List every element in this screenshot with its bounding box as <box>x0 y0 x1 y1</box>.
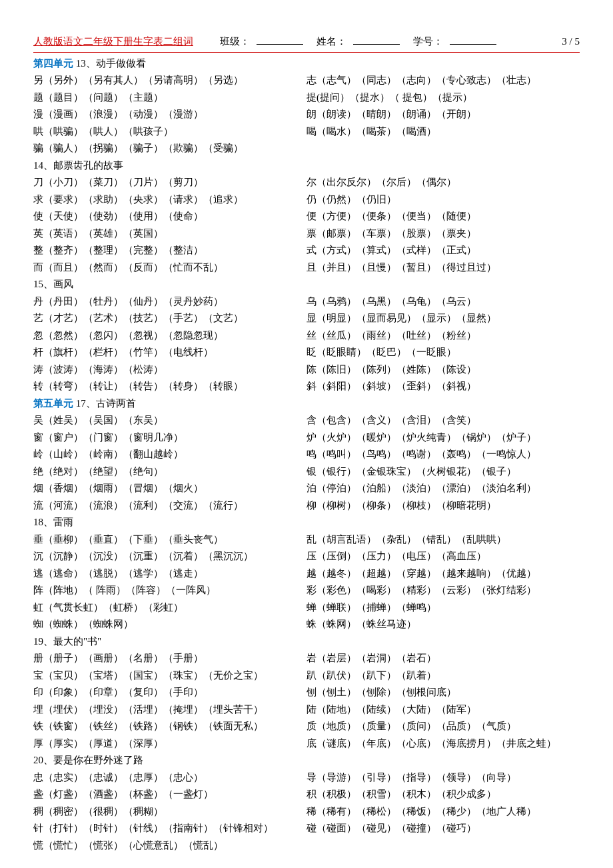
word-entry-left: 转（转弯）（转让）（转告）（转身）（转眼） <box>33 378 306 395</box>
word-row: 艺（才艺）（艺术）（技艺）（手艺）（文艺）显（明显）（显而易见）（显示）（显然） <box>33 310 580 327</box>
word-entry-left: 烟（香烟）（烟雨）（冒烟）（烟火） <box>33 480 306 497</box>
lesson-heading: 19、最大的"书" <box>33 633 580 651</box>
word-entry-left: 艺（才艺）（艺术）（技艺）（手艺）（文艺） <box>33 310 306 327</box>
word-entry-right: 朗（朗读）（晴朗）（朗诵）（开朗） <box>306 106 580 123</box>
word-entry-left: 英（英语）（英雄）（英国） <box>33 225 306 243</box>
word-entry-right: 底（谜底）（年底）（心底）（海底捞月）（井底之蛙） <box>306 735 580 753</box>
word-entry-left: 厚（厚实）（厚道）（深厚） <box>33 735 306 753</box>
word-entry-right: 岩（岩层）（岩洞）（岩石） <box>306 650 580 667</box>
word-row: 垂（垂柳）（垂直）（下垂）（垂头丧气）乱（胡言乱语）（杂乱）（错乱）（乱哄哄） <box>33 531 580 549</box>
word-row: 逃（逃命）（逃脱）（逃学）（逃走）越（越冬）（超越）（穿越）（越来越响）（优越） <box>33 565 580 583</box>
word-entry-left: 虹（气贯长虹）（虹桥）（彩虹） <box>33 599 306 617</box>
word-entry-right: 志（志气）（同志）（志向）（专心致志）（壮志） <box>306 72 580 89</box>
name-label: 姓名： <box>316 33 346 51</box>
word-row: 而（而且）（然而）（反而）（忙而不乱）且（并且）（且慢）（暂且）（得过且过） <box>33 259 580 277</box>
word-row: 刀（小刀）（菜刀）（刀片）（剪刀）尔（出尔反尔）（尔后）（偶尔） <box>33 174 580 191</box>
word-row: 吴（姓吴）（吴国）（东吴）含（包含）（含义）（含泪）（含笑） <box>33 412 580 429</box>
word-entry-right: 炉（火炉）（暖炉）（炉火纯青）（锅炉）（炉子） <box>306 429 580 447</box>
word-row: 虹（气贯长虹）（虹桥）（彩虹）蝉（蝉联）（捕蝉）（蝉鸣） <box>33 599 580 617</box>
word-row: 求（要求）（求助）（央求）（请求）（追求）仍（仍然）（仍旧） <box>33 191 580 209</box>
word-entry-left: 吴（姓吴）（吴国）（东吴） <box>33 412 306 429</box>
word-entry-left: 沉（沉静）（沉没）（沉重）（沉着）（黑沉沉） <box>33 548 306 565</box>
word-entry-right: 含（包含）（含义）（含泪）（含笑） <box>306 412 580 429</box>
word-entry-right: 显（明显）（显而易见）（显示）（显然） <box>306 310 580 327</box>
document-body: 第四单元 13、动手做做看另（另外）（另有其人）（另请高明）（另选）志（志气）（… <box>33 55 580 855</box>
word-row: 忽（忽然）（忽闪）（忽视）（忽隐忽现）丝（丝瓜）（雨丝）（吐丝）（粉丝） <box>33 327 580 345</box>
word-row: 烟（香烟）（烟雨）（冒烟）（烟火）泊（停泊）（泊船）（淡泊）（漂泊）（淡泊名利） <box>33 480 580 497</box>
word-row: 针（打针）（时针）（针线）（指南针）（针锋相对）碰（碰面）（碰见）（碰撞）（碰巧… <box>33 820 580 837</box>
word-entry-right: 柳（柳树）（柳条）（柳枝）（柳暗花明） <box>306 497 580 515</box>
word-entry-left: 哄（哄骗）（哄人）（哄孩子） <box>33 123 306 141</box>
word-entry-right: 积（积极）（积雪）（积木）（积少成多） <box>306 786 580 803</box>
word-entry-left: 流（河流）（流浪）（流利）（交流）（流行） <box>33 497 306 515</box>
word-entry-right: 喝（喝水）（喝茶）（喝酒） <box>306 123 580 141</box>
word-entry-left: 岭（山岭）（岭南）（翻山越岭） <box>33 446 306 463</box>
word-entry-right: 压（压倒）（压力）（电压）（高血压） <box>306 548 580 565</box>
word-row: 忠（忠实）（忠诚）（忠厚）（忠心）导（导游）（引导）（指导）（领导）（向导） <box>33 769 580 787</box>
word-entry-left: 杆（旗杆）（栏杆）（竹竿）（电线杆） <box>33 344 306 361</box>
unit-heading: 第四单元 13、动手做做看 <box>33 55 580 73</box>
word-row: 漫（漫画）（浪漫）（动漫）（漫游）朗（朗读）（晴朗）（朗诵）（开朗） <box>33 106 580 123</box>
word-row: 埋（埋伏）（埋没）（活埋）（掩埋）（埋头苦干）陆（陆地）（陆续）（大陆）（陆军） <box>33 701 580 719</box>
word-entry-right <box>306 140 580 157</box>
word-entry-right: 蝉（蝉联）（捕蝉）（蝉鸣） <box>306 599 580 617</box>
word-row: 杆（旗杆）（栏杆）（竹竿）（电线杆）眨（眨眼睛）（眨巴）（一眨眼） <box>33 344 580 361</box>
word-entry-left: 而（而且）（然而）（反而）（忙而不乱） <box>33 259 306 277</box>
word-entry-right: 提(提问）（提水）（ 提包）（提示） <box>306 89 580 107</box>
word-row: 盏（灯盏）（酒盏）（杯盏）（一盏灯）积（积极）（积雪）（积木）（积少成多） <box>33 786 580 803</box>
lesson-heading: 15、画风 <box>33 276 580 293</box>
word-entry-right: 稀（稀有）（稀松）（稀饭）（稀少）（地广人稀） <box>306 803 580 821</box>
word-entry-right <box>306 837 580 855</box>
word-entry-left: 垂（垂柳）（垂直）（下垂）（垂头丧气） <box>33 531 306 549</box>
word-row: 阵（阵地）（ 阵雨）（阵容）（一阵风）彩（彩色）（喝彩）（精彩）（云彩）（张灯结… <box>33 582 580 599</box>
class-blank <box>257 34 303 45</box>
word-entry-left: 蜘（蜘蛛）（蜘蛛网） <box>33 616 306 633</box>
word-entry-right: 尔（出尔反尔）（尔后）（偶尔） <box>306 174 580 191</box>
word-row: 丹（丹田）（牡丹）（仙丹）（灵丹妙药）乌（乌鸦）（乌黑）（乌龟）（乌云） <box>33 293 580 311</box>
word-entry-left: 册（册子）（画册）（名册）（手册） <box>33 650 306 667</box>
word-entry-right: 蛛（蛛网）（蛛丝马迹） <box>306 616 580 633</box>
word-row: 蜘（蜘蛛）（蜘蛛网）蛛（蛛网）（蛛丝马迹） <box>33 616 580 633</box>
word-entry-right: 陈（陈旧）（陈列）（姓陈）（陈设） <box>306 361 580 379</box>
word-entry-right: 鸣（鸣叫）（鸟鸣）（鸣谢）（轰鸣）（一鸣惊人） <box>306 446 580 463</box>
word-entry-left: 整（整齐）（整理）（完整）（整洁） <box>33 242 306 259</box>
class-label: 班级： <box>220 33 250 51</box>
word-entry-right: 碰（碰面）（碰见）（碰撞）（碰巧） <box>306 820 580 837</box>
unit-heading: 第五单元 17、古诗两首 <box>33 395 580 413</box>
word-entry-right: 陆（陆地）（陆续）（大陆）（陆军） <box>306 701 580 719</box>
word-entry-right: 银（银行）（金银珠宝）（火树银花）（银子） <box>306 463 580 481</box>
word-row: 宝（宝贝）（宝塔）（国宝）（珠宝）（无价之宝）趴（趴伏）（趴下）（趴着） <box>33 667 580 685</box>
word-row: 岭（山岭）（岭南）（翻山越岭）鸣（鸣叫）（鸟鸣）（鸣谢）（轰鸣）（一鸣惊人） <box>33 446 580 463</box>
word-entry-left: 绝（绝对）（绝望）（绝句） <box>33 463 306 481</box>
word-row: 整（整齐）（整理）（完整）（整洁）式（方式）（算式）（式样）（正式） <box>33 242 580 259</box>
word-row: 窗（窗户）（门窗）（窗明几净）炉（火炉）（暖炉）（炉火纯青）（锅炉）（炉子） <box>33 429 580 447</box>
word-entry-left: 印（印象）（印章）（复印）（手印） <box>33 684 306 701</box>
word-row: 另（另外）（另有其人）（另请高明）（另选）志（志气）（同志）（志向）（专心致志）… <box>33 72 580 89</box>
lesson-heading: 18、雷雨 <box>33 514 580 531</box>
word-entry-left: 逃（逃命）（逃脱）（逃学）（逃走） <box>33 565 306 583</box>
word-row: 流（河流）（流浪）（流利）（交流）（流行）柳（柳树）（柳条）（柳枝）（柳暗花明） <box>33 497 580 515</box>
word-row: 绝（绝对）（绝望）（绝句）银（银行）（金银珠宝）（火树银花）（银子） <box>33 463 580 481</box>
word-entry-right: 泊（停泊）（泊船）（淡泊）（漂泊）（淡泊名利） <box>306 480 580 497</box>
word-entry-right: 质（地质）（质量）（质问）（品质）（气质） <box>306 718 580 735</box>
word-row: 印（印象）（印章）（复印）（手印）刨（刨土）（刨除）（刨根问底） <box>33 684 580 701</box>
word-entry-left: 骗（骗人）（拐骗）（骗子）（欺骗）（受骗） <box>33 140 306 157</box>
word-row: 哄（哄骗）（哄人）（哄孩子）喝（喝水）（喝茶）（喝酒） <box>33 123 580 141</box>
word-row: 骗（骗人）（拐骗）（骗子）（欺骗）（受骗） <box>33 140 580 157</box>
word-entry-right: 彩（彩色）（喝彩）（精彩）（云彩）（张灯结彩） <box>306 582 580 599</box>
lesson-heading: 20、要是你在野外迷了路 <box>33 752 580 769</box>
word-entry-right: 导（导游）（引导）（指导）（领导）（向导） <box>306 769 580 787</box>
word-row: 转（转弯）（转让）（转告）（转身）（转眼）斜（斜阳）（斜坡）（歪斜）（斜视） <box>33 378 580 395</box>
word-entry-left: 漫（漫画）（浪漫）（动漫）（漫游） <box>33 106 306 123</box>
word-entry-left: 忠（忠实）（忠诚）（忠厚）（忠心） <box>33 769 306 787</box>
word-entry-right: 丝（丝瓜）（雨丝）（吐丝）（粉丝） <box>306 327 580 345</box>
word-entry-right: 乱（胡言乱语）（杂乱）（错乱）（乱哄哄） <box>306 531 580 549</box>
word-entry-right: 越（越冬）（超越）（穿越）（越来越响）（优越） <box>306 565 580 583</box>
word-entry-right: 刨（刨土）（刨除）（刨根问底） <box>306 684 580 701</box>
word-entry-right: 眨（眨眼睛）（眨巴）（一眨眼） <box>306 344 580 361</box>
word-entry-left: 稠（稠密）（很稠）（稠糊） <box>33 803 306 821</box>
word-entry-right: 仍（仍然）（仍旧） <box>306 191 580 209</box>
word-entry-left: 宝（宝贝）（宝塔）（国宝）（珠宝）（无价之宝） <box>33 667 306 685</box>
word-row: 题（题目）（问题）（主题）提(提问）（提水）（ 提包）（提示） <box>33 89 580 107</box>
word-entry-left: 阵（阵地）（ 阵雨）（阵容）（一阵风） <box>33 582 306 599</box>
